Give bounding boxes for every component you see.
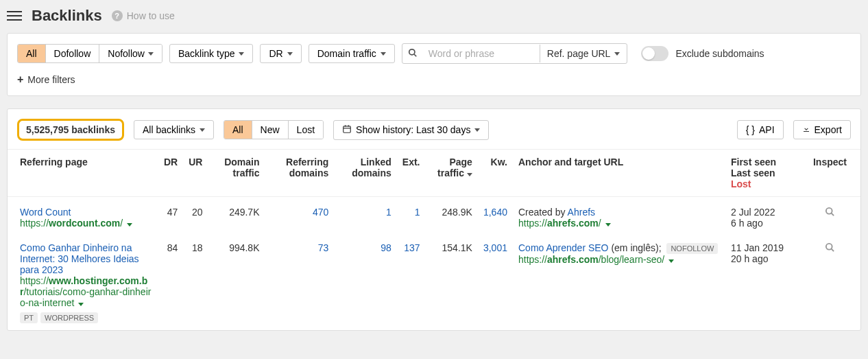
cell-page-traffic: 248.9K <box>425 197 477 236</box>
referring-page-title[interactable]: Word Count <box>20 207 153 218</box>
anchor-link[interactable]: Como Aprender SEO <box>518 242 609 253</box>
chevron-down-icon <box>78 303 84 306</box>
cell-ext[interactable]: 1 <box>397 197 426 236</box>
chevron-down-icon <box>668 259 674 263</box>
cell-ur: 20 <box>183 197 208 236</box>
anchor-link[interactable]: Ahrefs <box>568 207 595 218</box>
status-tab-all[interactable]: All <box>224 121 252 139</box>
first-seen: 2 Jul 2022 <box>731 207 802 218</box>
help-icon: ? <box>112 10 123 21</box>
search-input[interactable] <box>423 45 540 62</box>
backlink-type-dropdown[interactable]: Backlink type <box>169 44 253 63</box>
more-filters-label: More filters <box>27 74 75 85</box>
tag-badge: PT <box>20 312 38 323</box>
cell-dr: 84 <box>158 235 183 330</box>
api-button[interactable]: { } API <box>737 120 784 139</box>
chevron-down-icon <box>605 223 611 227</box>
more-filters-button[interactable]: + More filters <box>17 73 851 86</box>
backlinks-count: 5,525,795 backlinks <box>17 119 124 141</box>
col-ur[interactable]: UR <box>183 150 208 197</box>
menu-icon[interactable] <box>7 8 22 23</box>
referring-page-url[interactable]: https://www.hostinger.com.br/tutoriais/c… <box>20 275 153 308</box>
cell-linked_domains[interactable]: 1 <box>334 197 397 236</box>
svg-point-6 <box>826 208 832 214</box>
exclude-subdomains-toggle[interactable] <box>641 46 668 61</box>
tab-nofollow-label: Nofollow <box>108 48 145 59</box>
table-row: Word Counthttps://wordcount.com/ 4720249… <box>8 197 860 236</box>
last-seen: 6 h ago <box>731 218 802 229</box>
nofollow-badge: NOFOLLOW <box>666 243 718 254</box>
search-icon <box>402 48 423 60</box>
results-panel: 5,525,795 backlinks All backlinks All Ne… <box>7 108 861 331</box>
cell-kw[interactable]: 3,001 <box>478 235 513 330</box>
col-linked-domains[interactable]: Linked domains <box>334 150 397 197</box>
cell-linked_domains[interactable]: 98 <box>334 235 397 330</box>
col-anchor[interactable]: Anchor and target URL <box>513 150 725 197</box>
ref-page-url-dropdown[interactable]: Ref. page URL <box>540 45 627 62</box>
cell-ur: 18 <box>183 235 208 330</box>
history-dropdown[interactable]: Show history: Last 30 days <box>333 120 489 140</box>
first-seen: 11 Jan 2019 <box>731 242 802 253</box>
chevron-down-icon <box>239 52 244 56</box>
tag-badge: WORDPRESS <box>40 312 98 323</box>
chevron-down-icon <box>614 52 620 56</box>
status-tab-new[interactable]: New <box>252 121 289 139</box>
cell-kw[interactable]: 1,640 <box>478 197 513 236</box>
col-dr[interactable]: DR <box>158 150 183 197</box>
domain-traffic-dropdown[interactable]: Domain traffic <box>309 44 395 63</box>
cell-dr: 47 <box>158 197 183 236</box>
table-row: Como Ganhar Dinheiro na Internet: 30 Mel… <box>8 235 860 330</box>
chevron-down-icon <box>287 52 293 56</box>
status-tabs: All New Lost <box>224 120 324 139</box>
sort-desc-icon <box>467 173 472 176</box>
status-tab-lost[interactable]: Lost <box>289 121 323 139</box>
filters-panel: All Dofollow Nofollow Backlink type DR D… <box>7 33 861 96</box>
tab-all[interactable]: All <box>18 45 46 62</box>
col-inspect[interactable]: Inspect <box>808 150 860 197</box>
chevron-down-icon <box>381 52 386 56</box>
export-button[interactable]: Export <box>793 120 851 139</box>
col-referring-page[interactable]: Referring page <box>8 150 158 197</box>
col-referring-domains[interactable]: Referring domains <box>265 150 335 197</box>
inspect-icon[interactable] <box>825 208 835 219</box>
download-icon <box>802 124 810 135</box>
tab-dofollow[interactable]: Dofollow <box>46 45 100 62</box>
anchor-text: Created by Ahrefs <box>518 207 720 218</box>
col-domain-traffic[interactable]: Domain traffic <box>208 150 265 197</box>
target-url[interactable]: https://ahrefs.com/blog/learn-seo/ <box>518 254 720 265</box>
tab-nofollow[interactable]: Nofollow <box>99 45 162 62</box>
calendar-icon <box>342 124 352 136</box>
col-kw[interactable]: Kw. <box>478 150 513 197</box>
col-ext[interactable]: Ext. <box>397 150 426 197</box>
code-icon: { } <box>746 124 755 135</box>
cell-referring_domains[interactable]: 73 <box>265 235 335 330</box>
cell-domain_traffic: 994.8K <box>208 235 265 330</box>
chevron-down-icon <box>148 52 154 56</box>
dr-dropdown[interactable]: DR <box>260 44 301 63</box>
all-backlinks-dropdown[interactable]: All backlinks <box>134 120 214 139</box>
svg-line-1 <box>414 54 417 56</box>
referring-page-title[interactable]: Como Ganhar Dinheiro na Internet: 30 Mel… <box>20 242 153 275</box>
col-dates[interactable]: First seen Last seen Lost <box>725 150 808 197</box>
cell-domain_traffic: 249.7K <box>208 197 265 236</box>
col-page-traffic[interactable]: Page traffic <box>425 150 477 197</box>
exclude-subdomains-label: Exclude subdomains <box>675 48 764 59</box>
how-to-use-link[interactable]: ? How to use <box>112 10 175 21</box>
cell-referring_domains[interactable]: 470 <box>265 197 335 236</box>
plus-icon: + <box>17 73 23 86</box>
chevron-down-icon <box>474 128 480 132</box>
svg-point-0 <box>409 49 415 54</box>
inspect-icon[interactable] <box>825 244 835 255</box>
referring-page-url[interactable]: https://wordcount.com/ <box>20 218 153 229</box>
cell-page-traffic: 154.1K <box>425 235 477 330</box>
last-seen: 20 h ago <box>731 253 802 264</box>
cell-ext[interactable]: 137 <box>397 235 426 330</box>
svg-line-9 <box>831 248 834 251</box>
search-wrap: Ref. page URL <box>402 43 628 64</box>
target-url[interactable]: https://ahrefs.com/ <box>518 218 720 229</box>
link-type-tabs: All Dofollow Nofollow <box>17 44 162 63</box>
svg-rect-2 <box>343 126 351 132</box>
chevron-down-icon <box>200 128 205 132</box>
backlinks-table: Referring page DR UR Domain traffic Refe… <box>8 149 860 330</box>
how-to-use-label: How to use <box>127 10 175 21</box>
